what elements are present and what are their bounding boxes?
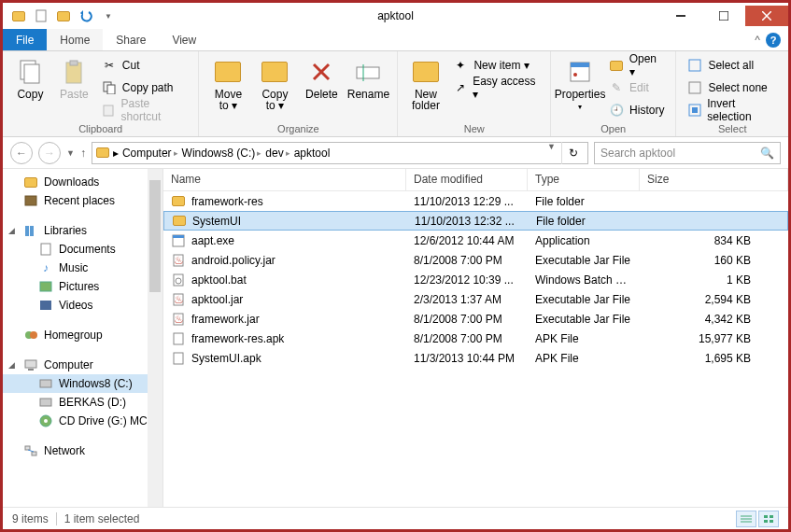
- chevron-right-icon[interactable]: ▸: [257, 148, 261, 158]
- file-row[interactable]: apktool.bat12/23/2012 10:39 ...Windows B…: [163, 270, 788, 289]
- file-type: Application: [528, 234, 640, 247]
- sidebar-item-drive-g[interactable]: CD Drive (G:) MC: [3, 412, 162, 430]
- easy-access-button[interactable]: ↗Easy access ▾: [449, 77, 543, 98]
- qat-folder-icon[interactable]: [53, 6, 74, 26]
- breadcrumb-item[interactable]: Windows8 (C:): [182, 147, 256, 160]
- qat-new-doc-icon[interactable]: [31, 6, 51, 26]
- cut-button[interactable]: ✂Cut: [98, 55, 191, 76]
- file-type: Executable Jar File: [528, 293, 640, 306]
- sidebar-item-documents[interactable]: Documents: [3, 240, 162, 259]
- file-date: 8/1/2008 7:00 PM: [406, 254, 528, 267]
- edit-button[interactable]: ✎Edit: [605, 77, 668, 98]
- column-date[interactable]: Date modified: [406, 169, 528, 190]
- svg-rect-33: [40, 380, 51, 387]
- sidebar-item-drive-d[interactable]: BERKAS (D:): [3, 393, 162, 412]
- refresh-button[interactable]: ↻: [561, 142, 584, 164]
- svg-rect-58: [770, 520, 773, 523]
- file-row[interactable]: aapt.exe12/6/2012 10:44 AMApplication834…: [163, 231, 788, 250]
- file-icon: [171, 352, 186, 365]
- delete-button[interactable]: Delete: [300, 55, 343, 100]
- cd-drive-icon: [38, 414, 53, 427]
- file-row[interactable]: ♨apktool.jar2/3/2013 1:37 AMExecutable J…: [163, 289, 788, 309]
- chevron-right-icon[interactable]: ▸: [286, 148, 290, 158]
- window-title: apktool: [377, 9, 414, 22]
- address-bar[interactable]: ▸ Computer▸ Windows8 (C:)▸ dev▸ apktool …: [92, 142, 588, 164]
- forward-button[interactable]: →: [38, 142, 61, 164]
- file-type: File folder: [528, 195, 640, 208]
- recent-locations-icon[interactable]: ▼: [66, 148, 75, 158]
- sidebar-scrollbar[interactable]: [148, 169, 162, 507]
- paste-shortcut-button[interactable]: Paste shortcut: [98, 100, 191, 120]
- qat-undo-icon[interactable]: [76, 6, 96, 26]
- svg-rect-8: [70, 61, 78, 65]
- history-icon: 🕘: [609, 103, 624, 118]
- column-name[interactable]: Name: [163, 169, 406, 190]
- ribbon-collapse-icon[interactable]: ^: [755, 34, 760, 47]
- tab-file[interactable]: File: [3, 29, 47, 50]
- file-date: 11/3/2013 10:44 PM: [406, 352, 528, 365]
- column-size[interactable]: Size: [640, 169, 788, 190]
- chevron-right-icon[interactable]: ▸: [174, 148, 178, 158]
- copy-path-button[interactable]: Copy path: [98, 77, 191, 98]
- collapse-icon[interactable]: ◢: [8, 226, 15, 235]
- tab-share[interactable]: Share: [103, 29, 159, 50]
- copy-to-button[interactable]: Copy to ▾: [253, 55, 296, 111]
- ribbon-group-clipboard: Copy Paste ✂Cut Copy path Paste shortcut…: [3, 51, 199, 136]
- sidebar-item-homegroup[interactable]: Homegroup: [3, 326, 162, 344]
- help-icon[interactable]: ?: [766, 33, 781, 48]
- minimize-button[interactable]: [659, 6, 702, 26]
- file-date: 2/3/2013 1:37 AM: [406, 293, 528, 306]
- new-folder-button[interactable]: New folder: [405, 55, 445, 111]
- search-input[interactable]: Search apktool 🔍: [594, 142, 781, 164]
- select-none-button[interactable]: Select none: [684, 77, 781, 98]
- close-button[interactable]: [745, 6, 788, 26]
- file-row[interactable]: SystemUI.apk11/3/2013 10:44 PMAPK File1,…: [163, 348, 788, 368]
- address-dropdown-icon[interactable]: ▼: [542, 142, 561, 164]
- select-all-icon: [687, 58, 702, 73]
- sidebar-item-downloads[interactable]: Downloads: [3, 173, 162, 191]
- up-button[interactable]: ↑: [80, 147, 86, 160]
- sidebar-item-videos[interactable]: Videos: [3, 296, 162, 315]
- qat-dropdown-icon[interactable]: ▼: [98, 6, 119, 26]
- file-row[interactable]: framework-res11/10/2013 12:29 ...File fo…: [163, 191, 788, 211]
- navigation-pane: Downloads Recent places ◢Libraries Docum…: [3, 169, 163, 507]
- sidebar-item-recent[interactable]: Recent places: [3, 191, 162, 210]
- column-headers: Name Date modified Type Size: [163, 169, 788, 191]
- sidebar-item-computer[interactable]: ◢Computer: [3, 356, 162, 374]
- svg-point-18: [573, 73, 577, 77]
- back-button[interactable]: ←: [10, 142, 33, 164]
- qat-properties-icon[interactable]: [8, 6, 29, 26]
- file-row[interactable]: framework-res.apk8/1/2008 7:00 PMAPK Fil…: [163, 329, 788, 348]
- select-all-button[interactable]: Select all: [684, 55, 781, 76]
- svg-rect-31: [25, 360, 36, 368]
- properties-button[interactable]: Properties▾: [558, 55, 601, 113]
- open-button[interactable]: Open ▾: [605, 55, 668, 76]
- tab-home[interactable]: Home: [47, 29, 103, 50]
- invert-selection-button[interactable]: Invert selection: [684, 100, 781, 120]
- file-row[interactable]: ♨framework.jar8/1/2008 7:00 PMExecutable…: [163, 309, 788, 329]
- details-view-button[interactable]: [736, 511, 756, 527]
- rename-button[interactable]: Rename: [346, 55, 389, 100]
- icons-view-button[interactable]: [758, 511, 779, 527]
- breadcrumb-item[interactable]: apktool: [294, 147, 331, 160]
- copy-button[interactable]: Copy: [10, 55, 50, 100]
- history-button[interactable]: 🕘History: [605, 100, 668, 120]
- ribbon-group-select: Select all Select none Invert selection …: [676, 51, 788, 136]
- collapse-icon[interactable]: ◢: [8, 360, 15, 370]
- file-row[interactable]: SystemUI11/10/2013 12:32 ...File folder: [163, 211, 788, 231]
- chevron-right-icon[interactable]: ▸: [113, 147, 119, 160]
- sidebar-item-libraries[interactable]: ◢Libraries: [3, 221, 162, 240]
- sidebar-item-drive-c[interactable]: Windows8 (C:): [3, 374, 162, 393]
- paste-button[interactable]: Paste: [54, 55, 94, 100]
- maximize-button[interactable]: [702, 6, 745, 26]
- file-row[interactable]: ♨android.policy.jar8/1/2008 7:00 PMExecu…: [163, 250, 788, 270]
- tab-view[interactable]: View: [159, 29, 209, 50]
- sidebar-item-pictures[interactable]: Pictures: [3, 277, 162, 296]
- sidebar-item-music[interactable]: ♪Music: [3, 259, 162, 277]
- breadcrumb-item[interactable]: Computer: [122, 147, 172, 160]
- move-to-button[interactable]: Move to ▾: [206, 55, 249, 111]
- sidebar-item-network[interactable]: Network: [3, 441, 162, 460]
- column-type[interactable]: Type: [528, 169, 640, 190]
- breadcrumb-item[interactable]: dev: [265, 147, 283, 160]
- new-item-button[interactable]: ✦New item ▾: [449, 55, 543, 76]
